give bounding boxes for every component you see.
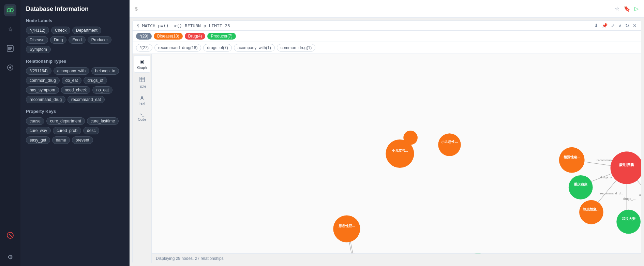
tag-cause[interactable]: cause	[26, 117, 44, 125]
tab-graph[interactable]: ◉ Graph	[134, 55, 150, 73]
svg-rect-11	[140, 77, 145, 82]
tag-common-drug[interactable]: common_drug	[26, 77, 60, 84]
graph-area[interactable]: common_... recomma... recommand_drug dru…	[152, 54, 641, 253]
badge-drug[interactable]: Drug(4)	[185, 33, 206, 40]
node-partial-top[interactable]	[403, 131, 418, 145]
tag-no-eat[interactable]: no_eat	[92, 86, 113, 94]
query-prompt: $	[135, 6, 138, 12]
svg-text:drugs_of: drugs_of	[600, 176, 613, 179]
relationship-types-tags: *(291164) acompany_with belongs_to commo…	[26, 67, 124, 103]
status-bar: Displaying 29 nodes, 27 relationships.	[152, 253, 641, 263]
pin-icon[interactable]: 📌	[602, 23, 608, 28]
tag-drugs-of[interactable]: drugs_of	[84, 77, 107, 84]
tag-cure-way[interactable]: cure_way	[26, 127, 51, 134]
property-keys-tags: cause cure_department cure_lasttime cure…	[26, 117, 124, 144]
tag-acompany-with[interactable]: acompany_with	[54, 67, 89, 75]
badge-drugs-of[interactable]: drugs_of(7)	[203, 44, 231, 51]
node-labels-tags: *(44112) Check Department Disease Drug F…	[26, 27, 124, 53]
tab-code[interactable]: >_ Code	[134, 109, 150, 124]
star-action-icon[interactable]: ☆	[615, 5, 619, 12]
tag-need-check[interactable]: need_check	[61, 86, 91, 94]
tag-cure-lasttime[interactable]: cure_lasttime	[87, 117, 119, 125]
table-tab-label: Table	[138, 85, 146, 88]
result-query-text: $ MATCH p=()-->() RETURN p LIMIT 25	[137, 23, 230, 28]
node-badges-row: *(29) Disease(18) Drug(4) Producer(7)	[133, 31, 641, 42]
svg-text:drugs_...: drugs_...	[623, 197, 635, 201]
svg-text:小儿支气...: 小儿支气...	[391, 149, 408, 152]
tag-department[interactable]: Department	[72, 27, 101, 34]
code-tab-icon: >_	[140, 112, 144, 117]
node-labels-title: Node Labels	[26, 18, 124, 23]
status-text: Displaying 29 nodes, 27 relationships.	[156, 256, 225, 261]
tag-recommand-drug[interactable]: recommand_drug	[26, 96, 65, 103]
node-chongqing[interactable]	[569, 175, 593, 200]
forbidden-icon[interactable]	[4, 229, 16, 241]
result-actions: ⬇ 📌 ⤢ ∧ ↻ ✕	[594, 23, 637, 28]
search-icon[interactable]	[4, 42, 16, 55]
node-xiangyuan[interactable]	[559, 147, 585, 173]
tag-producer[interactable]: Producer	[88, 36, 112, 44]
result-toolbar: $ MATCH p=()-->() RETURN p LIMIT 25 ⬇ 📌 …	[133, 21, 641, 31]
expand-icon[interactable]: ⤢	[611, 23, 615, 28]
tab-text[interactable]: A Text	[134, 92, 150, 108]
tag-do-eat[interactable]: do_eat	[62, 77, 82, 84]
query-bar: $ ☆ 🔖 ▷	[130, 0, 644, 18]
svg-text:原发性巨...: 原发性巨...	[338, 224, 355, 228]
tag-belongs-to[interactable]: belongs_to	[91, 67, 119, 75]
play-action-icon[interactable]: ▷	[634, 5, 639, 12]
graph-svg: common_... recomma... recommand_drug dru…	[152, 54, 641, 253]
tag-all[interactable]: *(44112)	[26, 27, 49, 34]
badge-all-rels[interactable]: *(27)	[136, 44, 152, 51]
node-wuhan[interactable]	[616, 210, 641, 234]
query-input-area: $	[135, 6, 615, 12]
svg-text:蒙明胶囊: 蒙明胶囊	[619, 163, 634, 167]
tag-check[interactable]: Check	[51, 27, 70, 34]
tag-rel-all[interactable]: *(291164)	[26, 67, 51, 75]
tag-has-symptom[interactable]: has_symptom	[26, 86, 59, 94]
svg-text:相源性急...: 相源性急...	[563, 155, 580, 159]
text-tab-icon: A	[140, 95, 144, 101]
brand-icon[interactable]	[4, 4, 16, 16]
tag-recommand-eat[interactable]: recommand_eat	[68, 96, 105, 103]
tag-symptom[interactable]: Symptom	[26, 46, 51, 53]
badge-producer[interactable]: Producer(7)	[207, 33, 236, 40]
tag-drug[interactable]: Drug	[50, 36, 66, 44]
tag-name[interactable]: name	[52, 136, 70, 144]
download-icon[interactable]: ⬇	[594, 23, 598, 28]
up-icon[interactable]: ∧	[618, 23, 622, 28]
svg-text:重庆迪康: 重庆迪康	[574, 182, 588, 186]
svg-text:武汉大安: 武汉大安	[622, 217, 635, 221]
star-icon[interactable]: ☆	[4, 23, 16, 35]
tag-disease[interactable]: Disease	[26, 36, 48, 44]
graph-tab-label: Graph	[137, 66, 147, 70]
svg-text:acom...: acom...	[639, 193, 641, 197]
property-keys-title: Property Keys	[26, 109, 124, 114]
main-area: $ ☆ 🔖 ▷ $ MATCH p=()-->() RETURN p LIMIT…	[130, 0, 644, 266]
info-panel: Database Information Node Labels *(44112…	[20, 0, 130, 266]
refresh-icon[interactable]: ↻	[625, 23, 629, 28]
tag-cure-department[interactable]: cure_department	[46, 117, 85, 125]
badge-disease[interactable]: Disease(18)	[154, 33, 183, 40]
tab-table[interactable]: Table	[134, 74, 150, 91]
tag-food[interactable]: Food	[69, 36, 85, 44]
panel-title: Database Information	[26, 5, 124, 13]
badge-acompany-with[interactable]: acompany_with(1)	[234, 44, 275, 51]
node-xiaoer-jixing[interactable]	[438, 133, 461, 156]
node-mengming[interactable]	[611, 151, 641, 184]
tag-prevent[interactable]: prevent	[72, 136, 93, 144]
badge-common-drug[interactable]: common_drug(1)	[277, 44, 315, 51]
node-huichong[interactable]	[579, 200, 603, 224]
close-icon[interactable]: ✕	[633, 23, 637, 28]
node-yuanfaxing[interactable]	[333, 215, 360, 242]
settings-icon[interactable]: ⚙	[4, 251, 16, 263]
tag-easy-get[interactable]: easy_get	[26, 136, 50, 144]
filter-icon[interactable]	[4, 61, 16, 74]
badge-recommand-drug[interactable]: recommand_drug(18)	[154, 44, 201, 51]
bookmark-action-icon[interactable]: 🔖	[624, 5, 630, 12]
tag-desc[interactable]: desc	[83, 127, 99, 134]
svg-point-8	[9, 66, 11, 69]
tag-cured-prob[interactable]: cured_prob	[53, 127, 81, 134]
text-tab-label: Text	[139, 102, 145, 105]
sidebar-icons: ☆ ⚙	[0, 0, 20, 266]
badge-all-nodes[interactable]: *(29)	[136, 33, 152, 40]
